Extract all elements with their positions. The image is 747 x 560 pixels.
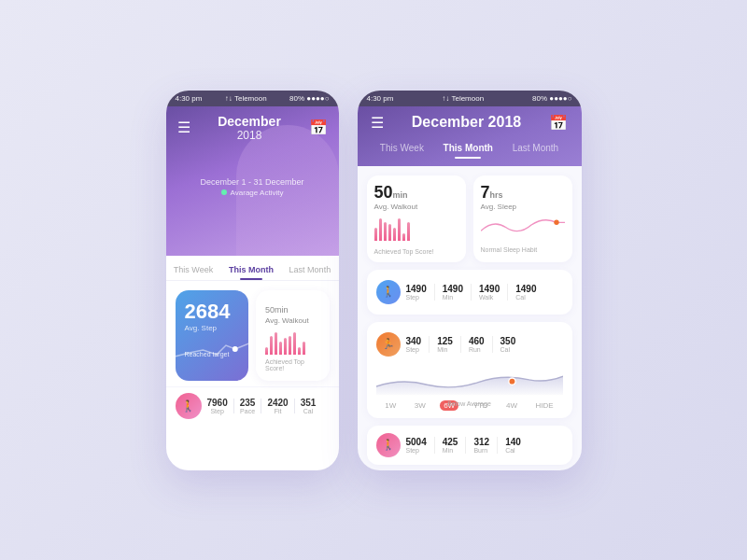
hero-date-range: December 1 - 31 December [166, 177, 339, 187]
card-avg-walkout-left: 50min Avg. Walkout Achieved Top Score! [256, 290, 330, 381]
hero-right-title: December 2018 [412, 114, 521, 131]
card-avg-step: 2684 Avg. Step Reached target [176, 290, 249, 381]
bar-6 [289, 336, 291, 355]
network-right: ↑↓ Telemoon [442, 94, 484, 103]
tab-last-month-left[interactable]: Last Month [284, 263, 337, 276]
bar-4 [279, 342, 282, 355]
divider-2 [261, 399, 261, 413]
stat-cal-left: 351 Cal [301, 398, 317, 414]
sleep-num-right: 7hrs [481, 183, 565, 203]
stats-row-left: 🚶 7960 Step 235 Pace 2420 Fit 351 Cal [166, 386, 339, 425]
divider-3 [294, 399, 295, 413]
time-right: 4:30 pm [367, 94, 394, 103]
status-bar-left: 4:30 pm ↑↓ Telemoon 80% ●●●●○ [166, 91, 339, 106]
tab-this-month-right[interactable]: This Month [438, 141, 499, 155]
mini-bars-right [374, 215, 458, 241]
bar-9 [303, 342, 305, 355]
tab-this-week-right[interactable]: This Week [374, 141, 430, 155]
mini-line-chart [176, 336, 249, 362]
status-bar-right: 4:30 pm ↑↓ Telemoon 80% ●●●●○ [358, 91, 582, 106]
right-phone: 4:30 pm ↑↓ Telemoon 80% ●●●●○ ☰ December… [358, 91, 582, 470]
hero-right-header: ☰ December 2018 📅 [371, 114, 569, 132]
act-stats-2: 340 Step 125 Min 460 Run [406, 336, 563, 353]
left-phone: 4:30 pm ↑↓ Telemoon 80% ●●●●○ ☰ December… [166, 91, 339, 470]
bar-8 [298, 347, 301, 355]
menu-icon-left[interactable]: ☰ [177, 119, 190, 136]
network-left: ↑↓ Telemoon [225, 94, 267, 103]
step-icon-left: 🚶 [176, 393, 202, 419]
card-sleep-right: 7hrs Avg. Sleep Normal Sleep Habit [473, 175, 572, 262]
avg-step-label: Avg. Step [185, 324, 240, 332]
battery-right: 80% ●●●●○ [532, 94, 571, 103]
act-stats-1: 1490 Step 1490 Min 1490 Walk [406, 284, 563, 301]
tab-this-week-left[interactable]: This Week [168, 263, 218, 276]
walkout-number-left: 50min [265, 300, 320, 316]
chart-label: Below Avarage [376, 400, 563, 407]
svg-point-1 [554, 219, 558, 224]
card-walkout-right: 50min Avg. Walkout Achieved Top [367, 175, 466, 262]
bar-7 [293, 332, 296, 355]
cards-row-left: 2684 Avg. Step Reached target 50min Avg.… [166, 281, 339, 386]
avg-dot [221, 189, 227, 195]
mini-bars-left [265, 329, 320, 355]
right-body: 50min Avg. Walkout Achieved Top [358, 166, 582, 470]
hero-right: ☰ December 2018 📅 This Week This Month L… [358, 106, 582, 166]
bar-1 [265, 347, 268, 355]
hero-title-left: December 2018 [190, 114, 309, 142]
act-stats-3: 5004 Step 425 Min 312 Burn 14 [406, 437, 563, 454]
walkout-num-right: 50min [374, 183, 458, 203]
tabs-left: This Week This Month Last Month [166, 256, 339, 281]
walkout-sub-left: Achieved Top Score! [265, 358, 320, 371]
calendar-icon-right[interactable]: 📅 [549, 114, 568, 132]
hero-header-left: ☰ December 2018 📅 [166, 106, 339, 149]
tabs-right: This Week This Month Last Month [371, 141, 569, 155]
menu-icon-right[interactable]: ☰ [371, 114, 384, 132]
sleep-chart [481, 211, 565, 239]
battery-left: 80% ●●●●○ [289, 94, 329, 103]
calendar-icon-left[interactable]: 📅 [309, 119, 328, 136]
avg-step-number: 2684 [185, 300, 240, 324]
divider-1 [233, 399, 234, 413]
act-icon-orange: 🏃 [376, 332, 401, 357]
bar-5 [284, 338, 287, 355]
time-left: 4:30 pm [176, 94, 203, 103]
act-icon-blue: 🚶 [376, 280, 401, 304]
tab-this-month-left[interactable]: This Month [223, 263, 279, 276]
hero-left: ☰ December 2018 📅 December 1 - 31 Decemb… [166, 106, 339, 256]
activity-row-3: 🚶 5004 Step 425 Min 312 Burn [367, 426, 572, 465]
area-chart: Below Avarage [376, 359, 563, 397]
stat-pace-left: 235 Pace [240, 398, 256, 414]
svg-point-2 [508, 378, 514, 385]
tab-last-month-right[interactable]: Last Month [507, 141, 564, 155]
activity-row-1: 🚶 1490 Step 1490 Min 1490 [367, 270, 572, 315]
hero-avg: Avarage Activity [166, 189, 339, 197]
act-icon-pink: 🚶 [376, 433, 401, 457]
bar-3 [275, 332, 277, 355]
bar-2 [270, 336, 273, 355]
top-cards-right: 50min Avg. Walkout Achieved Top [367, 175, 572, 262]
reached-target: Reached target [185, 351, 240, 357]
stat-step-left: 7960 Step [207, 398, 228, 414]
activity-row-2: 🏃 340 Step 125 Min 460 [367, 322, 572, 418]
walkout-label-left: Avg. Walkout [265, 316, 320, 325]
stat-fit-left: 2420 Fit [267, 398, 288, 414]
